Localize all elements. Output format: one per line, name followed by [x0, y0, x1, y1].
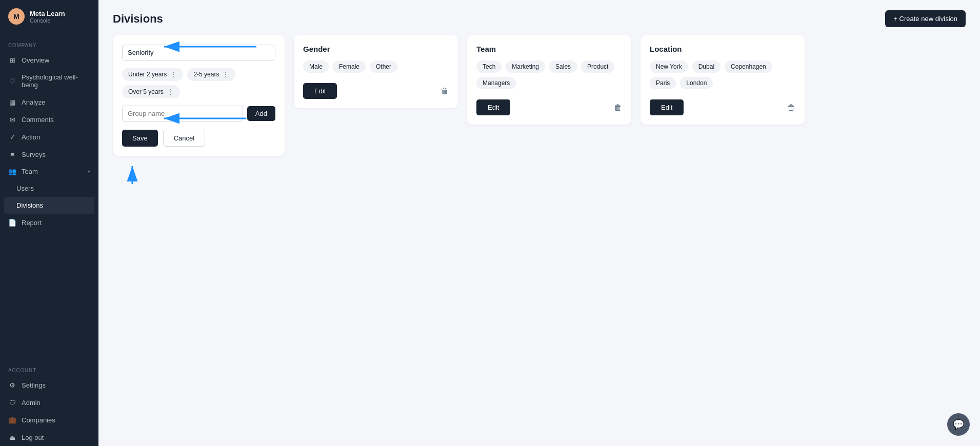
cards-area: Under 2 years ⋮ 2-5 years ⋮ Over 5 years…: [98, 35, 980, 446]
shield-icon: 🛡: [8, 398, 16, 407]
tag-product: Product: [581, 60, 614, 73]
tag-over-5-years: Over 5 years ⋮: [122, 85, 180, 98]
grid-icon: ⊞: [8, 56, 16, 64]
logout-icon: ⏏: [8, 433, 16, 441]
tag-new-york: New York: [650, 60, 688, 73]
location-card-footer: Edit 🗑: [650, 99, 795, 115]
chat-bubble-button[interactable]: 💬: [947, 413, 970, 436]
sidebar-item-label: Overview: [22, 56, 49, 64]
sidebar-item-label: Analyze: [22, 98, 45, 106]
team-edit-button[interactable]: Edit: [476, 99, 510, 115]
avatar: M: [8, 8, 25, 25]
sidebar-item-comments[interactable]: ✉ Comments: [0, 111, 98, 128]
file-icon: 📄: [8, 218, 16, 227]
team-card-title: Team: [476, 45, 622, 53]
action-buttons: Save Cancel: [122, 130, 275, 147]
sidebar: M Meta Learn Console COMPANY ⊞ Overview …: [0, 0, 98, 446]
bar-chart-icon: ▦: [8, 98, 16, 106]
tag-london: London: [680, 77, 713, 89]
sidebar-item-surveys[interactable]: ≡ Surveys: [0, 146, 98, 163]
tag-label: 2-5 years: [193, 71, 219, 78]
seniority-name-input[interactable]: [122, 45, 275, 60]
sidebar-item-label: Divisions: [16, 201, 43, 209]
sidebar-item-action[interactable]: ✓ Action: [0, 128, 98, 146]
sidebar-item-label: Action: [22, 133, 40, 141]
sidebar-item-label: Log out: [22, 434, 44, 441]
location-card: Location New York Dubai Copenhagen Paris…: [641, 35, 805, 125]
topbar: Divisions + Create new division: [98, 0, 980, 35]
tag-copenhagen: Copenhagen: [725, 60, 772, 73]
seniority-tags-area: Under 2 years ⋮ 2-5 years ⋮ Over 5 years…: [122, 68, 275, 98]
tag-paris: Paris: [650, 77, 676, 89]
sidebar-item-psychological[interactable]: ♡ Psychological well-being: [0, 69, 98, 93]
create-new-division-button[interactable]: + Create new division: [885, 10, 966, 27]
tag-options-icon[interactable]: ⋮: [170, 70, 177, 78]
gender-card-footer: Edit 🗑: [303, 83, 449, 99]
check-circle-icon: ✓: [8, 133, 16, 141]
chevron-down-icon: ▾: [88, 169, 90, 174]
gender-delete-icon[interactable]: 🗑: [441, 87, 449, 96]
tag-label: Under 2 years: [128, 71, 167, 78]
app-name: Meta Learn: [30, 10, 65, 17]
sidebar-item-companies[interactable]: 💼 Companies: [0, 411, 98, 429]
seniority-card: Under 2 years ⋮ 2-5 years ⋮ Over 5 years…: [113, 35, 285, 156]
sidebar-item-divisions[interactable]: Divisions: [4, 197, 94, 214]
list-icon: ≡: [8, 150, 16, 158]
tag-marketing: Marketing: [506, 60, 545, 73]
tag-male: Male: [303, 60, 329, 73]
tag-female: Female: [333, 60, 366, 73]
location-tags: New York Dubai Copenhagen Paris London: [650, 60, 795, 89]
sidebar-item-analyze[interactable]: ▦ Analyze: [0, 93, 98, 111]
sidebar-item-label: Admin: [22, 399, 41, 407]
sidebar-item-label: Psychological well-being: [22, 73, 90, 89]
settings-icon: ⚙: [8, 381, 16, 389]
add-group-button[interactable]: Add: [247, 106, 275, 121]
sidebar-item-label: Companies: [22, 416, 55, 424]
users-icon: 👥: [8, 168, 16, 175]
team-tags: Tech Marketing Sales Product Managers: [476, 60, 622, 89]
sidebar-item-label: Settings: [22, 381, 46, 389]
tag-options-icon[interactable]: ⋮: [167, 88, 174, 96]
account-section-label: ACCOUNT: [0, 358, 98, 376]
tag-dubai: Dubai: [692, 60, 721, 73]
tag-managers: Managers: [476, 77, 516, 89]
sidebar-item-users[interactable]: Users: [0, 180, 98, 197]
company-section-label: COMPANY: [0, 33, 98, 51]
gender-card: Gender Male Female Other Edit 🗑: [294, 35, 458, 108]
tag-2-5-years: 2-5 years ⋮: [187, 68, 235, 81]
tag-sales: Sales: [549, 60, 577, 73]
sidebar-item-settings[interactable]: ⚙ Settings: [0, 376, 98, 394]
location-delete-icon[interactable]: 🗑: [787, 103, 795, 112]
sidebar-item-label: Comments: [22, 116, 54, 124]
gender-card-title: Gender: [303, 45, 449, 53]
sidebar-item-logout[interactable]: ⏏ Log out: [0, 429, 98, 446]
tag-label: Over 5 years: [128, 88, 164, 95]
sidebar-item-admin[interactable]: 🛡 Admin: [0, 394, 98, 411]
sidebar-item-label: Surveys: [22, 151, 46, 158]
tag-options-icon[interactable]: ⋮: [222, 70, 229, 78]
sidebar-item-overview[interactable]: ⊞ Overview: [0, 51, 98, 69]
tag-under-2-years: Under 2 years ⋮: [122, 68, 183, 81]
briefcase-icon: 💼: [8, 416, 16, 424]
tag-tech: Tech: [476, 60, 502, 73]
sidebar-item-label: Users: [16, 185, 34, 192]
save-button[interactable]: Save: [122, 130, 158, 147]
gender-tags: Male Female Other: [303, 60, 449, 73]
heart-icon: ♡: [8, 77, 16, 85]
location-card-title: Location: [650, 45, 795, 53]
sidebar-item-report[interactable]: 📄 Report: [0, 214, 98, 231]
logo-text: Meta Learn Console: [30, 10, 65, 24]
app-sub: Console: [30, 17, 65, 24]
sidebar-item-team[interactable]: 👥 Team ▾: [0, 163, 98, 180]
gender-edit-button[interactable]: Edit: [303, 83, 337, 99]
main-content: Divisions + Create new division Under 2 …: [98, 0, 980, 446]
tag-other: Other: [370, 60, 397, 73]
team-delete-icon[interactable]: 🗑: [614, 103, 622, 112]
cancel-button[interactable]: Cancel: [163, 130, 205, 147]
location-edit-button[interactable]: Edit: [650, 99, 684, 115]
chat-icon: 💬: [953, 419, 964, 430]
message-icon: ✉: [8, 115, 16, 124]
sidebar-item-label: Report: [22, 219, 42, 227]
group-name-row: Add: [122, 106, 275, 121]
group-name-input[interactable]: [122, 106, 243, 121]
